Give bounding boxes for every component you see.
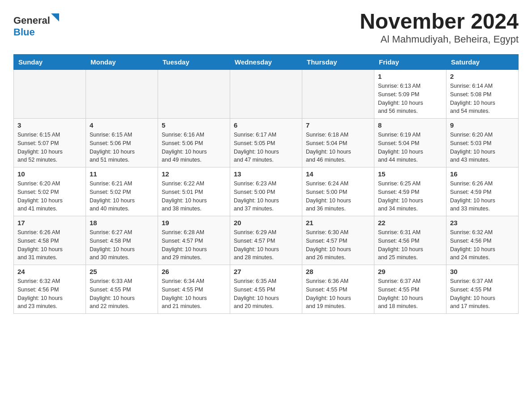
day-number: 10: [17, 170, 82, 178]
day-info: Sunrise: 6:32 AMSunset: 4:56 PMDaylight:…: [450, 228, 515, 262]
day-number: 19: [162, 219, 226, 227]
day-number: 9: [450, 121, 515, 129]
day-number: 20: [234, 219, 298, 227]
calendar-header-thursday: Thursday: [302, 55, 374, 70]
day-number: 25: [90, 268, 154, 275]
calendar-header-tuesday: Tuesday: [158, 55, 230, 70]
day-info: Sunrise: 6:30 AMSunset: 4:57 PMDaylight:…: [306, 228, 370, 262]
day-info: Sunrise: 6:19 AMSunset: 5:04 PMDaylight:…: [378, 131, 442, 164]
day-info: Sunrise: 6:37 AMSunset: 4:55 PMDaylight:…: [450, 277, 515, 311]
calendar-cell: 27Sunrise: 6:35 AMSunset: 4:55 PMDayligh…: [230, 265, 302, 314]
day-info: Sunrise: 6:26 AMSunset: 4:59 PMDaylight:…: [450, 180, 515, 213]
day-info: Sunrise: 6:26 AMSunset: 4:58 PMDaylight:…: [17, 228, 82, 262]
calendar-header-row: SundayMondayTuesdayWednesdayThursdayFrid…: [14, 55, 519, 70]
day-number: 2: [450, 73, 515, 80]
calendar-cell: 16Sunrise: 6:26 AMSunset: 4:59 PMDayligh…: [446, 167, 519, 216]
title-block: November 2024 Al Mahmudiyah, Beheira, Eg…: [360, 9, 519, 45]
day-number: 30: [450, 268, 515, 275]
day-info: Sunrise: 6:37 AMSunset: 4:55 PMDaylight:…: [378, 277, 442, 311]
calendar-week-2: 3Sunrise: 6:15 AMSunset: 5:07 PMDaylight…: [14, 119, 519, 167]
day-number: 24: [17, 268, 82, 275]
logo-general-text: General: [13, 15, 50, 26]
day-info: Sunrise: 6:25 AMSunset: 4:59 PMDaylight:…: [378, 180, 442, 213]
logo-shape: [51, 13, 59, 25]
calendar-cell: 13Sunrise: 6:23 AMSunset: 5:00 PMDayligh…: [230, 167, 302, 216]
day-info: Sunrise: 6:22 AMSunset: 5:01 PMDaylight:…: [162, 180, 226, 213]
day-info: Sunrise: 6:31 AMSunset: 4:56 PMDaylight:…: [378, 228, 442, 262]
calendar-cell: 3Sunrise: 6:15 AMSunset: 5:07 PMDaylight…: [14, 119, 86, 167]
day-number: 6: [234, 121, 298, 129]
day-number: 12: [162, 170, 226, 178]
calendar-cell: 9Sunrise: 6:20 AMSunset: 5:03 PMDaylight…: [446, 119, 519, 167]
day-info: Sunrise: 6:34 AMSunset: 4:55 PMDaylight:…: [162, 277, 226, 311]
calendar-table: SundayMondayTuesdayWednesdayThursdayFrid…: [13, 54, 519, 314]
day-info: Sunrise: 6:17 AMSunset: 5:05 PMDaylight:…: [234, 131, 298, 164]
calendar-week-5: 24Sunrise: 6:32 AMSunset: 4:56 PMDayligh…: [14, 265, 519, 314]
day-info: Sunrise: 6:35 AMSunset: 4:55 PMDaylight:…: [234, 277, 298, 311]
day-number: 21: [306, 219, 370, 227]
calendar-cell: 12Sunrise: 6:22 AMSunset: 5:01 PMDayligh…: [158, 167, 230, 216]
calendar-cell: 8Sunrise: 6:19 AMSunset: 5:04 PMDaylight…: [374, 119, 446, 167]
day-info: Sunrise: 6:13 AMSunset: 5:09 PMDaylight:…: [378, 82, 442, 116]
calendar-cell: 18Sunrise: 6:27 AMSunset: 4:58 PMDayligh…: [86, 216, 158, 265]
day-number: 4: [90, 121, 154, 129]
calendar-header-wednesday: Wednesday: [230, 55, 302, 70]
calendar-cell: 29Sunrise: 6:37 AMSunset: 4:55 PMDayligh…: [374, 265, 446, 314]
day-info: Sunrise: 6:24 AMSunset: 5:00 PMDaylight:…: [306, 180, 370, 213]
day-number: 13: [234, 170, 298, 178]
calendar-cell: [86, 70, 158, 119]
day-info: Sunrise: 6:15 AMSunset: 5:07 PMDaylight:…: [17, 131, 82, 164]
calendar-cell: 5Sunrise: 6:16 AMSunset: 5:06 PMDaylight…: [158, 119, 230, 167]
day-number: 7: [306, 121, 370, 129]
calendar-cell: 14Sunrise: 6:24 AMSunset: 5:00 PMDayligh…: [302, 167, 374, 216]
calendar-cell: 28Sunrise: 6:36 AMSunset: 4:55 PMDayligh…: [302, 265, 374, 314]
day-info: Sunrise: 6:14 AMSunset: 5:08 PMDaylight:…: [450, 82, 515, 116]
day-number: 16: [450, 170, 515, 178]
day-number: 5: [162, 121, 226, 129]
calendar-week-1: 1Sunrise: 6:13 AMSunset: 5:09 PMDaylight…: [14, 70, 519, 119]
svg-marker-0: [51, 13, 59, 21]
day-number: 28: [306, 268, 370, 275]
calendar-cell: 1Sunrise: 6:13 AMSunset: 5:09 PMDaylight…: [374, 70, 446, 119]
calendar-cell: 6Sunrise: 6:17 AMSunset: 5:05 PMDaylight…: [230, 119, 302, 167]
day-info: Sunrise: 6:28 AMSunset: 4:57 PMDaylight:…: [162, 228, 226, 262]
day-number: 26: [162, 268, 226, 275]
day-info: Sunrise: 6:16 AMSunset: 5:06 PMDaylight:…: [162, 131, 226, 164]
calendar-cell: 22Sunrise: 6:31 AMSunset: 4:56 PMDayligh…: [374, 216, 446, 265]
calendar-cell: [302, 70, 374, 119]
day-number: 29: [378, 268, 442, 275]
calendar-cell: 11Sunrise: 6:21 AMSunset: 5:02 PMDayligh…: [86, 167, 158, 216]
calendar-cell: 20Sunrise: 6:29 AMSunset: 4:57 PMDayligh…: [230, 216, 302, 265]
calendar-cell: 25Sunrise: 6:33 AMSunset: 4:55 PMDayligh…: [86, 265, 158, 314]
calendar-subtitle: Al Mahmudiyah, Beheira, Egypt: [360, 34, 519, 45]
calendar-cell: [14, 70, 86, 119]
day-number: 23: [450, 219, 515, 227]
day-info: Sunrise: 6:33 AMSunset: 4:55 PMDaylight:…: [90, 277, 154, 311]
day-info: Sunrise: 6:32 AMSunset: 4:56 PMDaylight:…: [17, 277, 82, 311]
day-number: 18: [90, 219, 154, 227]
day-info: Sunrise: 6:20 AMSunset: 5:03 PMDaylight:…: [450, 131, 515, 164]
calendar-cell: 26Sunrise: 6:34 AMSunset: 4:55 PMDayligh…: [158, 265, 230, 314]
calendar-header-sunday: Sunday: [14, 55, 86, 70]
day-info: Sunrise: 6:20 AMSunset: 5:02 PMDaylight:…: [17, 180, 82, 213]
calendar-header-friday: Friday: [374, 55, 446, 70]
calendar-cell: 23Sunrise: 6:32 AMSunset: 4:56 PMDayligh…: [446, 216, 519, 265]
logo: General Blue: [13, 13, 59, 38]
calendar-cell: 4Sunrise: 6:15 AMSunset: 5:06 PMDaylight…: [86, 119, 158, 167]
day-info: Sunrise: 6:29 AMSunset: 4:57 PMDaylight:…: [234, 228, 298, 262]
calendar-cell: [230, 70, 302, 119]
calendar-header-monday: Monday: [86, 55, 158, 70]
day-number: 22: [378, 219, 442, 227]
day-info: Sunrise: 6:36 AMSunset: 4:55 PMDaylight:…: [306, 277, 370, 311]
page-header: General Blue November 2024 Al Mahmudiyah…: [13, 9, 519, 45]
calendar-cell: 10Sunrise: 6:20 AMSunset: 5:02 PMDayligh…: [14, 167, 86, 216]
calendar-title: November 2024: [360, 9, 519, 34]
day-info: Sunrise: 6:21 AMSunset: 5:02 PMDaylight:…: [90, 180, 154, 213]
day-info: Sunrise: 6:15 AMSunset: 5:06 PMDaylight:…: [90, 131, 154, 164]
calendar-cell: 19Sunrise: 6:28 AMSunset: 4:57 PMDayligh…: [158, 216, 230, 265]
calendar-cell: 15Sunrise: 6:25 AMSunset: 4:59 PMDayligh…: [374, 167, 446, 216]
day-number: 1: [378, 73, 442, 80]
day-number: 17: [17, 219, 82, 227]
calendar-cell: 7Sunrise: 6:18 AMSunset: 5:04 PMDaylight…: [302, 119, 374, 167]
day-number: 3: [17, 121, 82, 129]
